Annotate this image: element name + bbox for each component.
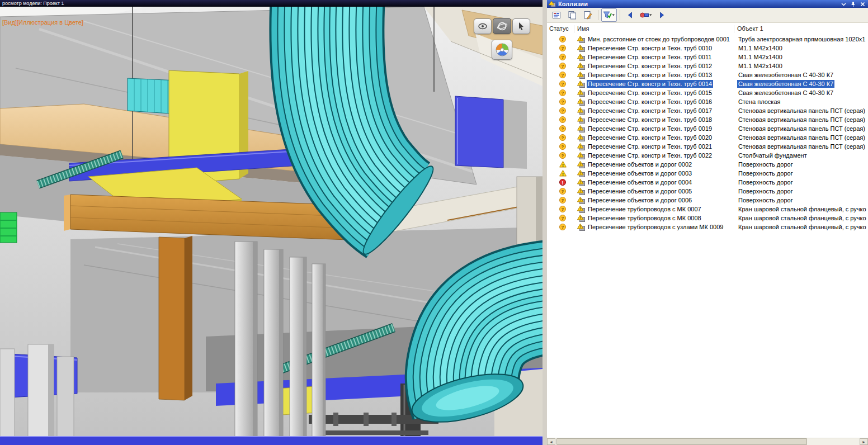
svg-text:?: ? <box>562 46 564 51</box>
collision-name: Пересечение трубопроводов с МК 0008 <box>587 214 702 222</box>
collision-row[interactable]: ? ! Пересечение Стр. констр и Техн. труб… <box>547 97 868 106</box>
collision-row[interactable]: ? ! Пересечение трубопроводов с узлами М… <box>547 222 868 231</box>
collision-row[interactable]: ? ! Пересечение Стр. констр и Техн. труб… <box>547 70 868 79</box>
panel-close-button[interactable] <box>859 1 866 7</box>
collision-type-icon: ! <box>577 179 585 186</box>
svg-text:?: ? <box>562 82 564 87</box>
svg-text:!: ! <box>580 135 581 139</box>
collision-table-body: ? ! Мин. расстояние от стоек до трубопро… <box>547 35 868 438</box>
blue-wall-panel[interactable] <box>455 96 527 169</box>
collision-object: Поверхность дорог <box>737 169 794 177</box>
collision-name: Мин. расстояние от стоек до трубопроводо… <box>587 35 731 43</box>
svg-text:!: ! <box>580 37 581 41</box>
green-box[interactable] <box>0 212 17 243</box>
filter-button[interactable] <box>601 8 617 22</box>
collision-name: Пересечение Стр. констр и Техн. труб 002… <box>587 143 713 150</box>
pointer-button[interactable] <box>512 18 530 34</box>
collision-row[interactable]: ? ! Пересечение Стр. констр и Техн. труб… <box>547 151 868 160</box>
collision-row[interactable]: ? ! Пересечение Стр. констр и Техн. труб… <box>547 88 868 97</box>
window-titlebar[interactable]: росмотр модели: Проект 1 <box>0 0 542 7</box>
panel-splitter[interactable] <box>542 0 547 445</box>
collision-object: Поверхность дорог <box>737 178 794 186</box>
orange-column[interactable] <box>159 236 192 400</box>
collision-name: Пересечение объектов и дорог 0004 <box>587 178 693 186</box>
collision-row[interactable]: ? ! Пересечение Стр. констр и Техн. труб… <box>547 115 868 124</box>
collision-row[interactable]: ? ! Пересечение Стр. констр и Техн. труб… <box>547 106 868 115</box>
prev-arrow-icon <box>626 11 635 20</box>
next-collision-button[interactable] <box>654 8 669 22</box>
column-header-object1[interactable]: Объект 1 <box>737 25 763 32</box>
svg-text:!: ! <box>580 189 581 193</box>
collision-row[interactable]: ! ! Пересечение объектов и дорог 0003 По… <box>547 169 868 178</box>
collisions-panel: Коллизии <box>547 0 868 445</box>
collision-row[interactable]: ? ! Пересечение Стр. констр и Техн. труб… <box>547 142 868 151</box>
collision-row[interactable]: ! ! Пересечение объектов и дорог 0002 По… <box>547 160 868 169</box>
svg-text:?: ? <box>562 55 564 60</box>
svg-text:?: ? <box>562 153 564 158</box>
collision-row[interactable]: ? ! Пересечение трубопроводов с МК 0008 … <box>547 214 868 222</box>
viewport-3d[interactable]: [Вид][Иллюстрация в Цвете] <box>0 7 542 445</box>
svg-text:!: ! <box>562 163 564 168</box>
collision-type-icon: ! <box>577 134 585 141</box>
render-sphere-button[interactable] <box>492 40 512 60</box>
collision-type-icon: ! <box>577 125 585 132</box>
svg-text:?: ? <box>562 207 564 212</box>
svg-text:?: ? <box>562 108 564 113</box>
scrollbar-thumb[interactable] <box>556 438 807 445</box>
question-status-icon: ? <box>559 98 567 105</box>
svg-text:!: ! <box>580 216 581 220</box>
svg-text:?: ? <box>562 37 564 42</box>
svg-text:?: ? <box>562 73 564 78</box>
visual-style-button[interactable] <box>474 18 492 34</box>
copy-icon <box>568 11 577 20</box>
collision-row[interactable]: ? ! Пересечение объектов и дорог 0005 По… <box>547 187 868 196</box>
view-mode-overlay: [Вид][Иллюстрация в Цвете] <box>2 19 83 26</box>
collision-row[interactable]: ? ! Пересечение объектов и дорог 0006 По… <box>547 196 868 205</box>
collision-row-selected[interactable]: ? ! Пересечение Стр. констр и Техн. труб… <box>547 79 868 88</box>
collision-name: Пересечение Стр. констр и Техн. труб 001… <box>587 89 713 97</box>
report-icon <box>552 11 561 20</box>
collision-name: Пересечение Стр. констр и Техн. труб 001… <box>587 53 713 61</box>
collision-type-icon: ! <box>577 98 585 106</box>
collision-type-icon: ! <box>577 116 585 124</box>
svg-text:!: ! <box>580 82 581 86</box>
collision-object: Кран шаровой стальной фланцевый, с ручко <box>737 214 867 222</box>
collision-object: Стеновая вертикальная панель ПСТ (серая) <box>737 116 866 124</box>
collision-row[interactable]: ? ! Пересечение трубопроводов с МК 0007 … <box>547 205 868 214</box>
column-header-name[interactable]: Имя <box>577 25 589 32</box>
question-status-icon: ? <box>559 45 567 51</box>
properties-button[interactable] <box>581 8 595 22</box>
question-status-icon: ? <box>559 134 567 141</box>
collision-row[interactable]: ? ! Пересечение Стр. констр и Техн. труб… <box>547 44 868 53</box>
collision-row[interactable]: ? ! Пересечение Стр. констр и Техн. труб… <box>547 133 868 142</box>
collision-name: Пересечение Стр. констр и Техн. труб 001… <box>587 116 713 124</box>
pointer-icon <box>517 22 526 31</box>
prev-collision-button[interactable] <box>623 8 638 22</box>
scroll-left-button[interactable]: ◄ <box>547 438 555 445</box>
collision-object: М1.1 М42х1400 <box>737 62 784 70</box>
collision-name: Пересечение Стр. констр и Техн. труб 002… <box>587 134 713 141</box>
collision-name: Пересечение объектов и дорог 0005 <box>587 187 693 195</box>
svg-text:?: ? <box>562 126 564 131</box>
filter-icon <box>603 11 615 20</box>
panel-menu-button[interactable] <box>840 1 847 7</box>
orbit-button[interactable] <box>493 18 511 34</box>
svg-text:!: ! <box>580 171 581 175</box>
collision-name: Пересечение Стр. констр и Техн. труб 001… <box>587 71 713 79</box>
collision-row[interactable]: ? ! Пересечение Стр. констр и Техн. труб… <box>547 61 868 70</box>
pin-icon <box>850 1 856 7</box>
collision-row[interactable]: ? ! Мин. расстояние от стоек до трубопро… <box>547 35 868 44</box>
show-collision-button[interactable] <box>639 8 653 22</box>
report-button[interactable] <box>549 8 564 22</box>
svg-text:!: ! <box>580 225 581 229</box>
panel-pin-button[interactable] <box>850 1 857 7</box>
copy-button[interactable] <box>565 8 579 22</box>
collision-row[interactable]: ? ! Пересечение Стр. констр и Техн. труб… <box>547 124 868 133</box>
column-header-status[interactable]: Статус <box>549 25 569 32</box>
svg-text:?: ? <box>562 100 564 105</box>
horizontal-scrollbar[interactable]: ◄ ► <box>547 438 868 445</box>
scroll-right-button[interactable]: ► <box>860 438 868 445</box>
collision-row[interactable]: ? ! Пересечение Стр. констр и Техн. труб… <box>547 53 868 61</box>
collision-row[interactable]: ! ! Пересечение объектов и дорог 0004 По… <box>547 178 868 187</box>
collisions-panel-titlebar[interactable]: Коллизии <box>547 0 868 8</box>
